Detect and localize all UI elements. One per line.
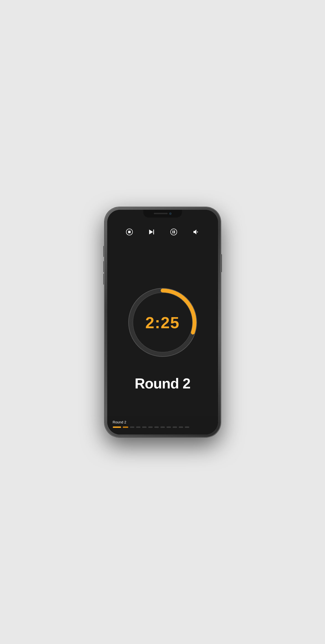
svg-marker-7 [193, 229, 196, 234]
svg-rect-1 [128, 231, 130, 233]
timer-section: 2:25 Round 2 [107, 244, 218, 435]
dot-12 [185, 426, 189, 428]
skip-button[interactable] [145, 226, 158, 238]
round-label: Round 2 [135, 375, 190, 392]
dot-10 [173, 426, 177, 428]
svg-rect-6 [174, 230, 175, 233]
bottom-round-label: Round 2 [113, 420, 213, 424]
svg-marker-2 [149, 229, 153, 234]
dot-6 [148, 426, 153, 428]
svg-rect-5 [172, 230, 173, 233]
dot-8 [160, 426, 165, 428]
phone-frame: 2:25 Round 2 Round 2 [104, 207, 221, 437]
dot-4 [136, 426, 140, 428]
pause-button[interactable] [168, 226, 180, 238]
dot-7 [154, 426, 159, 428]
dot-11 [179, 426, 183, 428]
phone-inner: 2:25 Round 2 Round 2 [107, 210, 218, 435]
progress-dots [113, 426, 213, 428]
dot-9 [167, 426, 171, 428]
camera [169, 213, 172, 215]
notch [143, 210, 182, 218]
dot-2 [123, 426, 128, 428]
svg-rect-3 [153, 229, 154, 234]
volume-button[interactable] [190, 226, 202, 238]
controls-bar [107, 223, 218, 244]
svg-point-4 [170, 229, 177, 235]
ring-container: 2:25 [127, 286, 199, 358]
speaker [154, 213, 168, 214]
stop-button[interactable] [123, 226, 135, 238]
dot-1 [113, 426, 121, 428]
dot-5 [142, 426, 147, 428]
timer-display: 2:25 [145, 313, 180, 332]
screen: 2:25 Round 2 Round 2 [107, 210, 218, 435]
bottom-bar: Round 2 [107, 417, 218, 435]
dot-3 [130, 426, 134, 428]
